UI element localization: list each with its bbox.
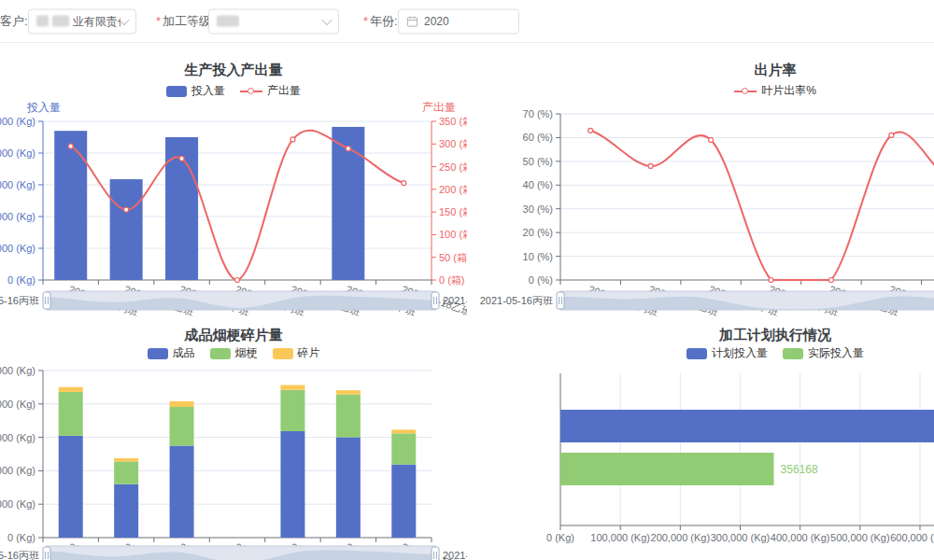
stack-segment[interactable] — [59, 387, 83, 392]
customer-select-value: 业有限责任公 — [73, 13, 120, 29]
actual-input-bar[interactable] — [560, 453, 774, 485]
svg-text:30 (%): 30 (%) — [523, 203, 553, 215]
svg-text:500,000 (Kg): 500,000 (Kg) — [830, 532, 890, 543]
svg-text:80,000 (Kg): 80,000 (Kg) — [0, 147, 35, 159]
svg-text:2021-05-16丙班: 2021-05-16丙班 — [0, 295, 39, 306]
stack-segment[interactable] — [170, 407, 194, 446]
line-swatch-icon — [240, 91, 262, 92]
redacted-text — [52, 16, 69, 27]
stack-segment[interactable] — [59, 392, 83, 436]
svg-text:400,000 (Kg): 400,000 (Kg) — [771, 532, 830, 543]
svg-text:20,000 (Kg): 20,000 (Kg) — [0, 243, 35, 254]
svg-text:40,000 (Kg): 40,000 (Kg) — [0, 211, 35, 222]
chart-finished-stem-fragment: 0 (Kg)20,000 (Kg)40,000 (Kg)60,000 (Kg)8… — [0, 319, 467, 560]
stack-segment[interactable] — [391, 465, 416, 538]
leaf-yield-line — [590, 131, 934, 280]
chart-legend: 成品 烟梗 碎片 — [0, 345, 467, 361]
svg-text:0 (%): 0 (%) — [529, 274, 553, 286]
stack-segment[interactable] — [391, 433, 416, 464]
legend-item-stem[interactable]: 烟梗 — [210, 345, 258, 361]
svg-text:100,000 (Kg): 100,000 (Kg) — [0, 116, 35, 127]
legend-item-leaf-yield[interactable]: 叶片出率% — [734, 83, 816, 99]
chevron-down-icon — [321, 14, 332, 24]
datazoom-handle[interactable] — [557, 292, 564, 309]
bar-swatch-icon — [166, 86, 187, 97]
bar-swatch-icon — [686, 348, 707, 359]
year-date-input[interactable]: 2020 — [398, 8, 519, 34]
stack-segment[interactable] — [170, 446, 194, 538]
bar-swatch-icon — [148, 348, 168, 359]
year-value: 2020 — [424, 15, 449, 28]
chart-legend: 计划投入量 实际投入量 — [467, 345, 934, 361]
input-bar[interactable] — [54, 131, 87, 280]
stack-segment[interactable] — [59, 436, 83, 538]
legend-item-output[interactable]: 产出量 — [240, 83, 301, 99]
required-asterisk: * — [363, 14, 368, 28]
stack-segment[interactable] — [336, 437, 361, 538]
chart-slice-yield-rate: 0 (%)10 (%)20 (%)30 (%)40 (%)50 (%)60 (%… — [467, 43, 934, 319]
stack-segment[interactable] — [280, 385, 304, 390]
svg-text:2021-05-18乙班: 2021-05-18乙班 — [443, 550, 467, 560]
svg-text:0 (箱): 0 (箱) — [439, 274, 465, 286]
svg-text:100,000 (Kg): 100,000 (Kg) — [590, 532, 650, 543]
legend-item-planned-input[interactable]: 计划投入量 — [686, 345, 768, 361]
svg-text:250 (箱): 250 (箱) — [439, 161, 467, 173]
svg-text:80,000 (Kg): 80,000 (Kg) — [0, 399, 35, 410]
svg-text:150 (箱): 150 (箱) — [439, 206, 467, 217]
svg-text:60 (%): 60 (%) — [523, 132, 553, 143]
stack-segment[interactable] — [170, 401, 194, 407]
stack-segment[interactable] — [280, 431, 304, 538]
svg-text:投入量: 投入量 — [26, 101, 61, 114]
datazoom-handle[interactable] — [43, 547, 50, 560]
datazoom-handle[interactable] — [43, 292, 50, 309]
svg-text:200,000 (Kg): 200,000 (Kg) — [651, 532, 711, 543]
datazoom-handle[interactable] — [432, 292, 439, 309]
stack-segment[interactable] — [114, 484, 138, 538]
svg-text:2021-05-16丙班: 2021-05-16丙班 — [480, 295, 553, 306]
chart-legend: 投入量 产出量 — [0, 83, 467, 99]
chart-title: 出片率 — [467, 62, 934, 79]
redacted-text — [217, 16, 239, 27]
required-asterisk: * — [156, 14, 161, 28]
svg-text:60,000 (Kg): 60,000 (Kg) — [0, 179, 35, 190]
chart-processing-plan-execution: 0 (Kg)100,000 (Kg)200,000 (Kg)300,000 (K… — [467, 319, 934, 560]
stack-segment[interactable] — [391, 429, 416, 433]
chart-production-input-output: 0 (Kg)20,000 (Kg)40,000 (Kg)60,000 (Kg)8… — [0, 43, 467, 319]
svg-text:2021-05-16丙班: 2021-05-16丙班 — [0, 550, 39, 560]
bar-swatch-icon — [210, 348, 231, 359]
svg-text:产出量: 产出量 — [422, 101, 456, 114]
input-bar[interactable] — [110, 179, 143, 280]
bar-swatch-icon — [783, 348, 803, 359]
legend-item-input[interactable]: 投入量 — [166, 83, 225, 99]
svg-text:70 (%): 70 (%) — [523, 108, 553, 119]
customer-label: *客户: — [0, 13, 28, 30]
legend-item-fragment[interactable]: 碎片 — [273, 345, 320, 361]
svg-text:300,000 (Kg): 300,000 (Kg) — [711, 532, 771, 543]
svg-text:20 (%): 20 (%) — [523, 227, 553, 238]
legend-item-finished[interactable]: 成品 — [148, 345, 195, 361]
calendar-icon — [406, 15, 418, 27]
svg-text:0 (Kg): 0 (Kg) — [7, 274, 35, 286]
chevron-down-icon — [119, 14, 129, 24]
stack-segment[interactable] — [114, 461, 138, 483]
datazoom-handle[interactable] — [432, 547, 439, 560]
stack-segment[interactable] — [336, 395, 361, 438]
customer-select[interactable]: 业有限责任公 — [28, 8, 136, 34]
svg-text:0 (Kg): 0 (Kg) — [7, 532, 35, 543]
grade-label: *加工等级: — [156, 13, 215, 30]
svg-text:300 (箱): 300 (箱) — [439, 138, 467, 149]
svg-text:60,000 (Kg): 60,000 (Kg) — [0, 432, 35, 443]
planned-input-bar[interactable] — [560, 410, 934, 442]
chart-legend: 叶片出率% — [467, 83, 934, 99]
chart-title: 成品烟梗碎片量 — [0, 327, 467, 344]
stack-segment[interactable] — [280, 390, 304, 431]
svg-text:200 (箱): 200 (箱) — [439, 184, 467, 195]
grade-select[interactable] — [208, 8, 339, 34]
stack-segment[interactable] — [336, 390, 361, 394]
stack-segment[interactable] — [114, 458, 138, 461]
legend-item-actual-input[interactable]: 实际投入量 — [783, 345, 864, 361]
svg-text:50 (箱): 50 (箱) — [439, 252, 467, 263]
svg-text:20,000 (Kg): 20,000 (Kg) — [0, 498, 35, 510]
svg-text:356168: 356168 — [781, 463, 818, 476]
chart-title: 生产投入产出量 — [0, 62, 467, 79]
